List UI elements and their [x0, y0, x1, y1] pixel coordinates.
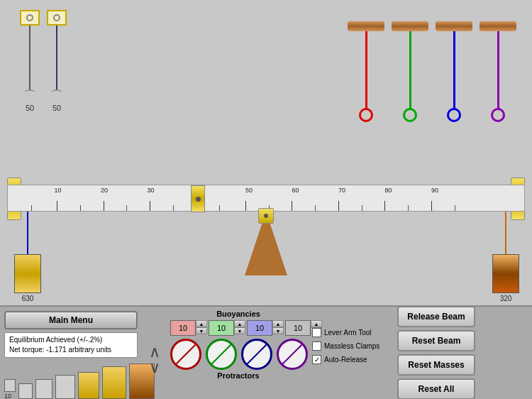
status-line1: Equilibrium Achieved (+/-.2%): [9, 335, 133, 345]
status-line2: Net torque: -1.171 arbitrary units: [9, 345, 133, 355]
panel-arrows: ∧ ∨: [142, 307, 167, 399]
buoyancy-dn-red[interactable]: ▼: [196, 327, 207, 334]
buoyancy-up-blue[interactable]: ▲: [272, 320, 284, 327]
mass-tray: 10 g 20 g 50 g 100 g 200 g 500 g: [4, 361, 138, 399]
pendulum-blue[interactable]: [433, 21, 475, 122]
protractor-red[interactable]: [170, 339, 201, 370]
right-mass-string: [505, 212, 506, 254]
buoyancy-input-blue: ▲ ▼: [247, 320, 284, 336]
scale-string-right: [56, 26, 57, 89]
protractor-purple[interactable]: [277, 339, 308, 370]
buoyancy-inputs: ▲ ▼ ▲ ▼: [170, 320, 322, 336]
reset-all-button[interactable]: Reset All: [397, 378, 475, 399]
pendulum-string-blue: [453, 31, 455, 109]
check-massless-clamps[interactable]: Massless Clamps: [312, 341, 390, 351]
scale-right[interactable]: ⌒ 50: [47, 10, 67, 112]
tray-block-10g: [4, 379, 16, 392]
pendulum-string-green: [409, 31, 411, 109]
tray-block-20g: [18, 383, 33, 399]
protractor-circles: [170, 339, 308, 370]
pendulum-circle-green: [403, 108, 417, 122]
check-auto-release[interactable]: ✓ Auto-Release: [312, 355, 390, 364]
panel-left: Main Menu Equilibrium Achieved (+/-.2%) …: [0, 307, 142, 399]
left-mass-block: [14, 254, 41, 293]
checkbox-lever-arm[interactable]: [312, 328, 321, 337]
tray-mass-20g[interactable]: 20 g: [18, 383, 33, 399]
checkbox-massless-clamps[interactable]: [312, 341, 321, 351]
right-mass[interactable]: 320: [492, 212, 519, 302]
label-lever-arm: Lever Arm Tool: [324, 329, 372, 337]
tray-block-500g: [102, 366, 126, 399]
tray-mass-200g[interactable]: 200 g: [78, 372, 99, 399]
release-beam-button[interactable]: Release Beam: [397, 306, 475, 327]
pendulum-string-purple: [497, 31, 499, 109]
panel-checks: Lever Arm Tool Massless Clamps ✓ Auto-Re…: [309, 307, 394, 399]
pendulum-green[interactable]: [389, 21, 431, 122]
buoyancy-field-green[interactable]: [209, 320, 234, 336]
protractor-blue[interactable]: [241, 339, 272, 370]
protractors-label: Protractors: [170, 371, 306, 380]
buoyancies-title: Buoyancies: [170, 310, 306, 318]
scale-bracket-right: [47, 10, 67, 26]
checkbox-auto-release[interactable]: ✓: [312, 355, 321, 364]
scale-string-left: [29, 26, 31, 89]
buoyancy-input-green: ▲ ▼: [209, 320, 245, 336]
top-area: ⌒ 50 ⌒ 50: [0, 0, 532, 156]
mid-clamp[interactable]: [191, 185, 205, 212]
scale-hook-right: ⌒: [50, 89, 63, 102]
left-mass[interactable]: 630: [14, 212, 41, 302]
scale-label-left: 50: [26, 104, 34, 112]
buoyancy-spin-green: ▲ ▼: [234, 320, 245, 336]
tray-mass-500g[interactable]: 500 g: [102, 366, 126, 399]
reset-masses-button[interactable]: Reset Masses: [397, 354, 475, 376]
up-arrow: ∧: [149, 344, 160, 360]
reset-beam-button[interactable]: Reset Beam: [397, 330, 475, 351]
buoyancy-field-gray[interactable]: [285, 320, 311, 336]
right-mass-block: [492, 254, 519, 293]
left-mass-label: 630: [22, 295, 34, 302]
protractor-green[interactable]: [206, 339, 237, 370]
check-lever-arm[interactable]: Lever Arm Tool: [312, 328, 390, 337]
status-box: Equilibrium Achieved (+/-.2%) Net torque…: [4, 332, 138, 358]
panel-buoyancy: Buoyancies ▲ ▼ ▲ ▼: [167, 307, 309, 399]
pendulum-circle-red: [359, 108, 373, 122]
beam-area: 10 20 30 40 50 60 70 80 90: [0, 156, 532, 305]
pendulum-circle-blue: [447, 108, 461, 122]
fulcrum-top: [258, 208, 274, 224]
left-mass-string: [27, 212, 28, 254]
pendulum-string-red: [365, 31, 367, 109]
tray-block-50g: [35, 379, 52, 399]
buoyancy-input-red: ▲ ▼: [170, 320, 207, 336]
buoyancy-field-blue[interactable]: [247, 320, 272, 336]
buoyancy-dn-blue[interactable]: ▼: [272, 327, 284, 334]
buoyancy-spin-blue: ▲ ▼: [272, 320, 284, 336]
scale-hook-left: ⌒: [23, 89, 36, 102]
tray-block-100g: [55, 375, 75, 399]
panel-buttons: Release Beam Reset Beam Reset Masses Res…: [394, 307, 480, 399]
scale-label-right: 50: [52, 104, 61, 112]
tray-label-10g: 10 g: [4, 393, 16, 399]
main-menu-button[interactable]: Main Menu: [4, 311, 138, 329]
tray-mass-10g[interactable]: 10 g: [4, 379, 16, 399]
buoyancy-dn-green[interactable]: ▼: [234, 327, 245, 334]
bottom-panel: Main Menu Equilibrium Achieved (+/-.2%) …: [0, 305, 532, 399]
scale-left[interactable]: ⌒ 50: [20, 10, 40, 112]
buoyancy-up-red[interactable]: ▲: [196, 320, 207, 327]
tray-mass-100g[interactable]: 100 g: [55, 375, 75, 399]
right-mass-label: 320: [500, 295, 512, 302]
pendulum-red[interactable]: [345, 21, 387, 122]
tray-mass-50g[interactable]: 50 g: [35, 379, 52, 399]
pendulum-purple[interactable]: [477, 21, 519, 122]
buoyancy-up-green[interactable]: ▲: [234, 320, 245, 327]
buoyancy-field-red[interactable]: [170, 320, 196, 336]
pendulum-bar: [345, 21, 519, 122]
scale-bracket-left: [20, 10, 40, 26]
pendulum-circle-purple: [491, 108, 505, 122]
tray-block-200g: [78, 372, 99, 399]
label-auto-release: Auto-Release: [324, 356, 367, 364]
down-arrow: ∨: [149, 360, 160, 376]
label-massless-clamps: Massless Clamps: [324, 342, 379, 350]
buoyancy-spin-red: ▲ ▼: [196, 320, 207, 336]
